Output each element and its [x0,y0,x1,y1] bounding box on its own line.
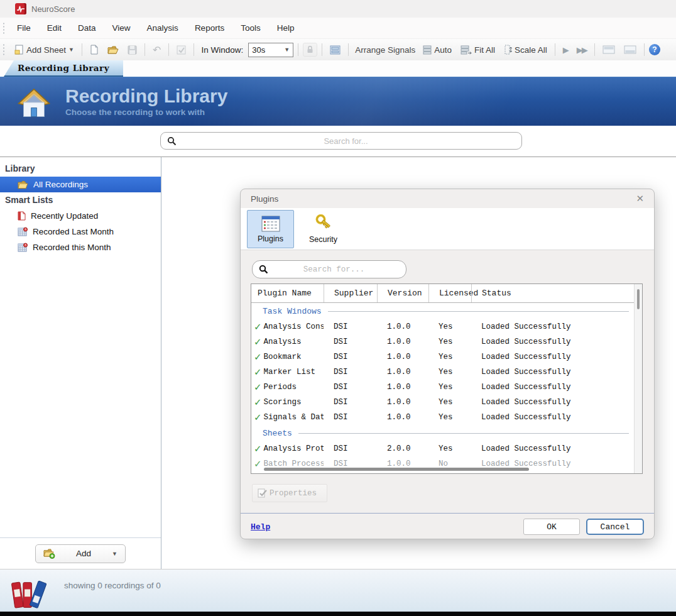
toolbar-grip[interactable] [3,43,5,56]
window-title: NeuroScore [31,4,75,14]
close-icon[interactable]: ✕ [636,193,644,204]
plugin-name: Batch Process... [264,459,324,468]
menu-item-view[interactable]: View [104,19,139,36]
library-books-icon [10,575,46,610]
menu-item-edit[interactable]: Edit [39,19,70,36]
supplier-cell: DSI [324,322,377,331]
toolbar: Add Sheet ▼ ↶ In Window: 30s ▼ Arrange S… [0,39,676,60]
fast-forward-button[interactable]: ▶▶ [574,43,590,57]
tab-recording-library[interactable]: Recording Library [4,60,123,77]
panel-top-button[interactable] [599,43,618,56]
column-header[interactable]: Version [377,284,428,302]
plugin-name-cell: ✓Bookmark [251,351,324,363]
apply-button[interactable] [173,43,189,57]
supplier-cell: DSI [324,383,377,392]
play-button[interactable]: ▶ [560,43,571,57]
plugin-table-body: Task Windows✓Analysis ConsoleDSI1.0.0Yes… [251,303,634,471]
search-icon [259,265,268,274]
dialog-title-bar[interactable]: Plugins ✕ [241,189,654,208]
recordings-search[interactable] [160,132,522,150]
layout-panels-button[interactable] [327,43,344,57]
dialog-footer: Help OK Cancel [241,513,654,539]
licensed-cell: Yes [428,398,471,407]
scrollbar-thumb[interactable] [637,289,640,309]
dialog-tab-bar: Plugins Security [241,208,654,250]
plugin-name: Analysis Prot... [264,444,324,453]
scale-all-button[interactable]: Scale All [501,43,550,57]
help-link[interactable]: Help [251,522,523,532]
undo-button[interactable]: ↶ [150,42,164,58]
sidebar-item-all-recordings[interactable]: All Recordings [0,177,161,192]
table-row[interactable]: ✓Signals & DataDSI1.0.0YesLoaded Success… [251,410,634,425]
new-document-button[interactable] [87,43,102,57]
separator [555,43,555,56]
properties-button[interactable]: Properties [252,484,327,502]
licensed-cell: Yes [428,383,471,392]
menu-item-tools[interactable]: Tools [232,19,269,36]
sidebar-item-recorded-last-month[interactable]: Recorded Last Month [0,224,161,239]
ok-button[interactable]: OK [523,519,580,535]
plugins-dialog: Plugins ✕ Plugins [240,189,655,539]
menu-item-help[interactable]: Help [269,19,303,36]
check-icon: ✓ [254,443,262,454]
open-folder-button[interactable] [104,43,122,57]
column-header[interactable]: Plugin Name [251,284,324,302]
add-sheet-button[interactable]: Add Sheet ▼ [11,43,77,57]
separator [594,43,595,56]
table-row[interactable]: ✓PeriodsDSI1.0.0YesLoaded Successfully [251,380,634,395]
sidebar-item-recently-updated[interactable]: Recently Updated [0,208,161,224]
licensed-cell: Yes [428,353,471,361]
separator [322,43,322,56]
horizontal-scrollbar[interactable] [264,468,529,471]
sidebar-item-recorded-this-month[interactable]: Recorded this Month [0,239,161,255]
add-recording-button[interactable]: Add ▼ [35,544,126,563]
cancel-button[interactable]: Cancel [586,519,644,535]
version-cell: 1.0.0 [377,338,428,346]
auto-arrange-button[interactable]: Auto [420,43,455,57]
in-window-label: In Window: [201,45,243,55]
folder-icon [18,180,28,189]
table-row[interactable]: ✓ScoringsDSI1.0.0YesLoaded Successfully [251,395,634,410]
menu-item-file[interactable]: File [9,19,39,36]
group-name: Task Windows [263,307,322,316]
plugin-name: Periods [264,383,297,392]
fit-all-button[interactable]: Fit All [457,43,498,57]
search-input[interactable] [177,136,515,146]
vertical-scrollbar[interactable] [634,284,642,473]
tab-plugins[interactable]: Plugins [247,210,294,248]
tab-strip: Recording Library [0,60,676,77]
table-row[interactable]: ✓AnalysisDSI1.0.0YesLoaded Successfully [251,334,634,349]
panel-bottom-button[interactable] [621,43,640,56]
plugin-table: Plugin NameSupplierVersionLicensedStatus… [251,283,643,474]
menu-item-analysis[interactable]: Analysis [139,19,187,36]
version-cell: 1.0.0 [377,353,428,361]
supplier-cell: DSI [324,353,377,361]
banner: Recording Library Choose the recording t… [0,77,676,126]
help-icon[interactable]: ? [649,44,660,55]
lock-icon[interactable] [303,43,317,57]
menu-item-data[interactable]: Data [70,19,104,36]
status-cell: Loaded Successfully [471,459,634,468]
column-header[interactable]: Licensed [428,284,471,302]
tab-security[interactable]: Security [300,210,347,248]
supplier-cell: DSI [324,413,377,422]
in-window-select[interactable]: 30s ▼ [248,43,293,57]
supplier-cell: DSI [324,459,377,468]
licensed-cell: Yes [428,444,471,453]
table-row[interactable]: ✓Analysis Prot...DSI2.0.0YesLoaded Succe… [251,441,634,456]
status-cell: Loaded Successfully [471,368,634,377]
separator [82,43,82,56]
column-header[interactable]: Supplier [324,284,377,302]
table-row[interactable]: ✓Marker ListDSI1.0.0YesLoaded Successful… [251,365,634,380]
plugin-search-input[interactable] [268,265,400,274]
table-row[interactable]: ✓BookmarkDSI1.0.0YesLoaded Successfully [251,349,634,365]
menu-item-reports[interactable]: Reports [187,19,232,36]
plugin-name: Signals & Data [264,413,324,422]
table-row[interactable]: ✓Analysis ConsoleDSI1.0.0YesLoaded Succe… [251,319,634,334]
save-button[interactable] [124,43,140,57]
column-header[interactable]: Status [471,284,634,302]
plugin-search[interactable] [252,260,406,278]
plugins-list-icon [261,215,281,233]
toolbar-grip[interactable] [3,22,5,35]
plugin-name: Analysis [264,338,302,346]
